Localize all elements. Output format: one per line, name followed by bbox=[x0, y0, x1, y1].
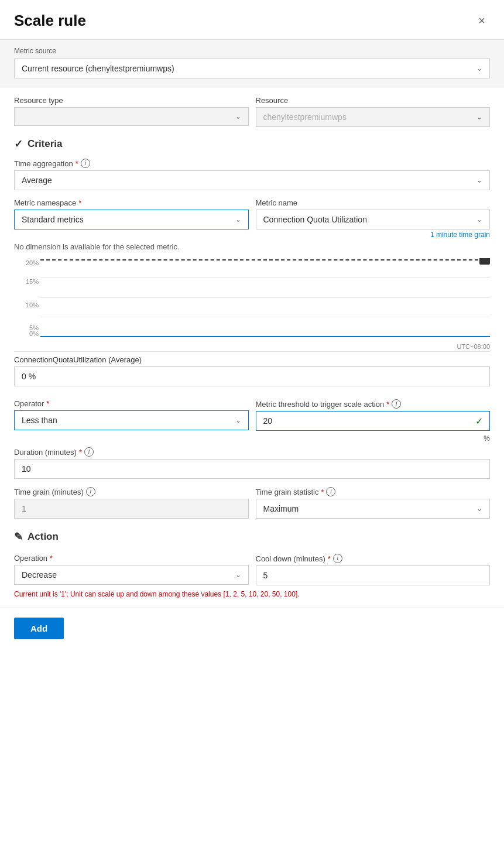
grid-line-75 bbox=[40, 277, 490, 278]
duration-input[interactable] bbox=[14, 459, 490, 479]
y-label-20: 20% bbox=[14, 259, 39, 266]
cool-down-label: Cool down (minutes) * i bbox=[256, 554, 491, 563]
time-aggregation-label: Time aggregation * i bbox=[14, 159, 490, 168]
time-grain-note: 1 minute time grain bbox=[256, 231, 491, 239]
time-grain-statistic-info-icon[interactable]: i bbox=[326, 487, 335, 496]
chart-utc: UTC+08:00 bbox=[457, 343, 490, 350]
metric-namespace-label: Metric namespace * bbox=[14, 198, 249, 207]
chart-y-labels bbox=[14, 258, 40, 334]
metric-threshold-input[interactable] bbox=[256, 411, 491, 431]
add-button[interactable]: Add bbox=[14, 618, 64, 639]
metric-source-label: Metric source bbox=[14, 47, 490, 55]
metric-threshold-label: Metric threshold to trigger scale action… bbox=[256, 399, 491, 409]
chart: 20% 20% 15% 10% 5% 0% UTC+08:00 bbox=[14, 258, 490, 352]
resource-fields: Resource type ⌄ Resource chenyltestpremi… bbox=[0, 88, 504, 127]
panel-title: Scale rule bbox=[14, 12, 86, 30]
chart-thumb bbox=[479, 258, 490, 265]
metric-namespace-field: Metric namespace * Standard metrics ⌄ bbox=[14, 190, 249, 239]
resource-row: Resource type ⌄ Resource chenyltestpremi… bbox=[14, 88, 490, 127]
metric-name-value: Connection Quota Utilization bbox=[263, 215, 367, 224]
y-label-0: 0% bbox=[14, 330, 39, 337]
resource-type-label: Resource type bbox=[14, 96, 249, 105]
action-heading-text: Action bbox=[28, 531, 59, 543]
threshold-input-wrapper: ✓ % bbox=[256, 411, 491, 431]
operator-section: Operator * Less than ⌄ Metric threshold … bbox=[14, 391, 490, 431]
action-heading: ✎ Action bbox=[14, 530, 490, 543]
metric-source-dropdown[interactable]: Current resource (chenyltestpremiumwps) … bbox=[14, 59, 490, 78]
time-grain-statistic-field: Time grain statistic * i Maximum ⌄ bbox=[256, 479, 491, 519]
time-aggregation-info-icon[interactable]: i bbox=[81, 159, 90, 168]
operator-field: Operator * Less than ⌄ bbox=[14, 391, 249, 431]
criteria-section: ✓ Criteria Time aggregation * i Average … bbox=[0, 127, 504, 519]
chart-area: 20% bbox=[40, 258, 490, 337]
time-grain-statistic-dropdown[interactable]: Maximum ⌄ bbox=[256, 499, 491, 519]
resource-type-field: Resource type ⌄ bbox=[14, 88, 249, 127]
resource-field: Resource chenyltestpremiumwps ⌄ bbox=[256, 88, 491, 127]
metric-namespace-dropdown[interactable]: Standard metrics ⌄ bbox=[14, 210, 249, 229]
metric-threshold-field: Metric threshold to trigger scale action… bbox=[256, 391, 491, 431]
metric-name-dropdown[interactable]: Connection Quota Utilization ⌄ bbox=[256, 210, 491, 229]
resource-label: Resource bbox=[256, 96, 491, 105]
time-aggregation-dropdown[interactable]: Average ⌄ bbox=[14, 170, 490, 190]
operation-label: Operation * bbox=[14, 554, 249, 563]
close-button[interactable]: × bbox=[474, 12, 490, 30]
criteria-icon: ✓ bbox=[14, 138, 23, 150]
time-grain-statistic-chevron-icon: ⌄ bbox=[476, 505, 482, 513]
metric-name-chevron-icon: ⌄ bbox=[476, 215, 482, 224]
cool-down-field: Cool down (minutes) * i bbox=[256, 546, 491, 585]
threshold-percent: % bbox=[484, 434, 490, 443]
panel-footer: Add bbox=[0, 608, 504, 649]
resource-type-dropdown[interactable]: ⌄ bbox=[14, 107, 249, 126]
time-grain-statistic-label: Time grain statistic * i bbox=[256, 487, 491, 496]
time-grain-minutes-label: Time grain (minutes) i bbox=[14, 487, 249, 496]
time-aggregation-required: * bbox=[76, 159, 78, 168]
time-grain-minutes-field: Time grain (minutes) i bbox=[14, 479, 249, 519]
time-aggregation-value: Average bbox=[22, 176, 52, 185]
metric-source-value: Current resource (chenyltestpremiumwps) bbox=[22, 64, 174, 73]
duration-info-icon[interactable]: i bbox=[84, 447, 94, 457]
action-icon: ✎ bbox=[14, 530, 23, 543]
operator-label: Operator * bbox=[14, 399, 249, 408]
metric-row: Metric namespace * Standard metrics ⌄ Me… bbox=[14, 190, 490, 239]
threshold-label: 20% bbox=[40, 258, 53, 259]
chart-metric-label: ConnectionQuotaUtilization (Average) bbox=[14, 355, 490, 364]
operation-value: Decrease bbox=[22, 570, 57, 580]
action-row: Operation * Decrease ⌄ Cool down (minute… bbox=[14, 546, 490, 585]
grid-line-50 bbox=[40, 297, 490, 298]
time-grain-minutes-info-icon[interactable]: i bbox=[86, 487, 95, 496]
time-grain-minutes-input bbox=[14, 499, 249, 519]
criteria-heading: ✓ Criteria bbox=[14, 138, 490, 150]
resource-value: chenyltestpremiumwps bbox=[263, 112, 347, 122]
grid-line-25 bbox=[40, 317, 490, 317]
cool-down-info-icon[interactable]: i bbox=[333, 554, 342, 563]
y-label-10: 10% bbox=[14, 301, 39, 308]
metric-threshold-info-icon[interactable]: i bbox=[392, 399, 401, 409]
operation-dropdown[interactable]: Decrease ⌄ bbox=[14, 565, 249, 585]
action-section: ✎ Action Operation * Decrease ⌄ Cool dow… bbox=[0, 519, 504, 598]
threshold-check-icon: ✓ bbox=[475, 416, 483, 427]
cool-down-input[interactable] bbox=[256, 565, 491, 585]
operator-dropdown[interactable]: Less than ⌄ bbox=[14, 410, 249, 430]
current-value-display: 0 % bbox=[14, 366, 490, 386]
metric-name-field: Metric name Connection Quota Utilization… bbox=[256, 190, 491, 239]
operator-value: Less than bbox=[22, 416, 57, 425]
resource-dropdown[interactable]: chenyltestpremiumwps ⌄ bbox=[256, 107, 491, 127]
operation-field: Operation * Decrease ⌄ bbox=[14, 546, 249, 585]
dimension-note: No dimension is available for the select… bbox=[14, 242, 490, 251]
metric-source-section: Metric source Current resource (chenylte… bbox=[0, 40, 504, 88]
resource-chevron-icon: ⌄ bbox=[476, 113, 482, 121]
operation-chevron-icon: ⌄ bbox=[235, 571, 241, 579]
time-grain-statistic-value: Maximum bbox=[263, 504, 299, 513]
unit-note: Current unit is '1'; Unit can scale up a… bbox=[14, 590, 490, 598]
resource-type-chevron-icon: ⌄ bbox=[235, 112, 241, 121]
operator-chevron-icon: ⌄ bbox=[235, 416, 241, 424]
chart-data-line bbox=[40, 336, 490, 337]
duration-field: Duration (minutes) * i bbox=[14, 447, 490, 479]
metric-source-chevron-icon: ⌄ bbox=[476, 64, 482, 73]
scale-rule-panel: Scale rule × Metric source Current resou… bbox=[0, 0, 504, 649]
metric-namespace-chevron-icon: ⌄ bbox=[235, 215, 241, 224]
duration-label: Duration (minutes) * i bbox=[14, 447, 490, 457]
criteria-heading-text: Criteria bbox=[28, 138, 63, 150]
panel-header: Scale rule × bbox=[0, 0, 504, 40]
metric-namespace-value: Standard metrics bbox=[22, 215, 84, 224]
